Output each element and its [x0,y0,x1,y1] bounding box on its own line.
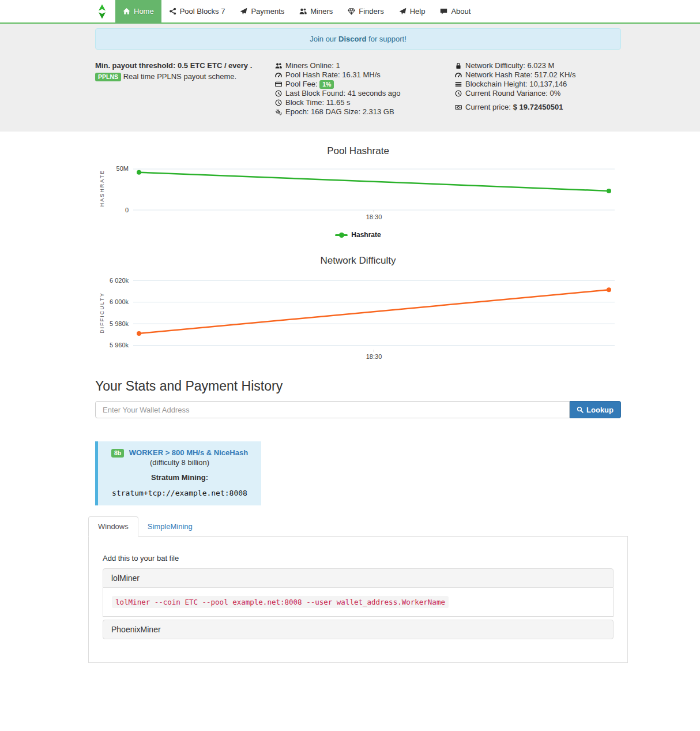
accordion-phoenixminer[interactable]: PhoenixMiner [103,620,614,639]
nav-label: Miners [310,7,333,16]
brand-logo[interactable] [88,0,115,23]
page: Home Pool Blocks 7 Payments Miners Finde… [0,0,700,731]
svg-text:HASHRATE: HASHRATE [99,170,105,207]
pplns-badge: PPLNS [95,73,121,81]
stat-pool-hashrate: Pool Hash Rate: 16.31 MH/s [275,70,441,80]
nav-item-finders[interactable]: Finders [340,0,391,23]
discord-banner: Join our Discord for support! [95,28,621,50]
tab-simplemining[interactable]: SimpleMining [138,516,202,536]
pool-hashrate-chart-title: Pool Hashrate [88,145,628,157]
miner-setup-panel: Add this to your bat file lolMiner lolMi… [88,536,628,663]
comment-icon [440,8,447,15]
stat-miners-online: Miners Online: 1 [275,61,441,70]
clock-icon [275,99,282,106]
users-icon [299,8,307,15]
home-icon [123,8,130,15]
nav-label: Payments [251,7,284,16]
svg-text:18:30: 18:30 [366,213,382,220]
stat-last-block: Last Block Found: 41 seconds ago [275,89,441,98]
svg-text:18:30: 18:30 [366,353,382,360]
nav-item-home[interactable]: Home [115,0,161,24]
nav-item-about[interactable]: About [432,0,478,23]
svg-text:0: 0 [125,207,128,213]
bat-file-intro: Add this to your bat file [103,554,614,563]
nav-item-miners[interactable]: Miners [292,0,340,23]
hashrate-legend: Hashrate [88,231,628,239]
credit-card-icon [275,81,282,88]
tachometer-icon [275,72,282,78]
banner-text: Join our [310,35,338,43]
payout-column: Min. payout threshold: 0.5 ETC ETC / eve… [88,61,268,117]
tab-windows[interactable]: Windows [88,516,138,537]
worker-title: WORKER > 800 MH/s & NiceHash [129,448,248,457]
miner-setup-tabs: Windows SimpleMining [88,516,628,536]
svg-text:5 960k: 5 960k [109,342,129,348]
nav-item-help[interactable]: Help [392,0,433,23]
nav-label: Pool Blocks 7 [180,7,225,16]
network-difficulty-chart-title: Network Difficulty [88,255,628,267]
clock-icon [275,90,282,97]
svg-text:5 980k: 5 980k [109,320,129,327]
pool-hashrate-chart: 50M018:30HASHRATE [97,162,619,227]
banner-discord-text: Discord [338,35,366,43]
paper-plane-icon [399,8,407,15]
network-difficulty-chart: 6 020k6 000k5 980k5 960k18:30DIFFICULTY [97,271,619,367]
stat-blockchain-height: Blockchain Height: 10,137,146 [455,80,621,89]
svg-text:50M: 50M [116,165,128,172]
svg-text:DIFFICULTY: DIFFICULTY [99,292,105,333]
worker-title-line: 8b WORKER > 800 MH/s & NiceHash [104,448,255,458]
lookup-button[interactable]: Lookup [570,401,621,418]
nav-label: Home [134,7,154,16]
payout-scheme-text: Real time PPLNS payout scheme. [123,72,237,81]
network-stats-column: Network Difficulty: 6.023 M Network Hash… [448,61,628,117]
stratum-url: stratum+tcp://example.net:8008 [104,489,255,497]
bars-icon [455,81,462,88]
stat-epoch-dag: Epoch: 168 DAG Size: 2.313 GB [275,107,441,117]
svg-text:6 000k: 6 000k [109,298,129,305]
paper-plane-icon [240,8,247,15]
worker-subtitle: (difficulty 8 billion) [104,458,255,467]
users-icon [275,62,282,69]
svg-text:6 020k: 6 020k [109,277,129,284]
stat-round-variance: Current Round Variance: 0% [455,89,621,98]
accordion-lolminer[interactable]: lolMiner [103,568,614,588]
lolminer-body: lolMiner --coin ETC --pool example.net:8… [103,588,614,617]
stat-current-price: Current price:$ 19.72450501 [455,103,621,112]
worker-difficulty-badge: 8b [111,449,124,458]
payout-threshold: Min. payout threshold: 0.5 ETC ETC / eve… [95,61,261,70]
stat-network-difficulty: Network Difficulty: 6.023 M [455,61,621,70]
stat-network-hashrate: Network Hash Rate: 517.02 KH/s [455,70,621,80]
gem-icon [348,8,355,15]
stratum-mining-label: Stratum Mining: [104,473,255,482]
wallet-address-input[interactable] [95,401,570,418]
legend-marker [335,233,348,238]
cogs-icon [275,108,282,115]
worker-info-box: 8b WORKER > 800 MH/s & NiceHash (difficu… [95,441,261,505]
clock-icon [455,90,462,97]
navbar: Home Pool Blocks 7 Payments Miners Finde… [0,0,700,24]
money-icon [455,104,462,111]
search-icon [577,406,584,413]
stat-block-time: Block Time: 11.65 s [275,98,441,107]
nav-label: Finders [359,7,383,16]
stats-strip: Join our Discord for support! Min. payou… [0,24,700,132]
pool-stats-column: Miners Online: 1 Pool Hash Rate: 16.31 M… [268,61,448,117]
nav-item-payments[interactable]: Payments [232,0,292,23]
lock-icon [455,62,462,69]
lolminer-command: lolMiner --coin ETC --pool example.net:8… [112,596,449,608]
share-icon [169,8,176,15]
legend-label: Hashrate [351,231,381,239]
nav-label: Help [410,7,426,16]
stats-payment-heading: Your Stats and Payment History [95,378,621,394]
pool-fee-badge: 1% [319,80,334,89]
banner-text: for support! [366,35,406,43]
tachometer-icon [455,72,462,78]
etc-logo-icon [97,4,107,19]
stat-pool-fee: Pool Fee: 1% [275,80,441,89]
current-price-value: $ 19.72450501 [513,103,563,111]
nav-label: About [451,7,471,16]
nav-item-pool-blocks[interactable]: Pool Blocks 7 [161,0,233,23]
